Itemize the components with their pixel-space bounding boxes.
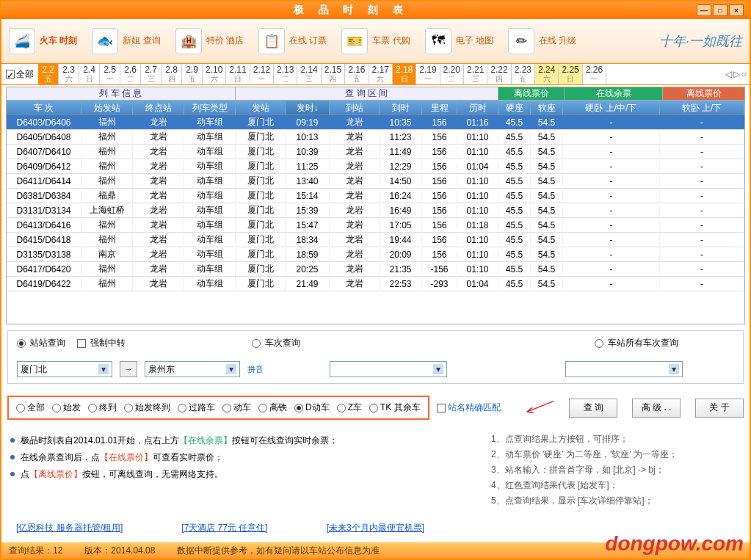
query-button[interactable]: 查 询	[569, 399, 617, 418]
to-station-combo[interactable]: 泉州东▾	[145, 361, 240, 377]
col-origin[interactable]: 始发站	[81, 101, 133, 114]
close-button[interactable]: ×	[729, 4, 744, 16]
radio-station-query[interactable]: 站站查询	[17, 337, 65, 349]
train-number-combo[interactable]: ▾	[330, 361, 447, 377]
date-reset-icon[interactable]: ○	[741, 69, 747, 79]
table-row[interactable]: D6405/D6408福州龙岩动车组厦门北10:13龙岩11:2315601:1…	[7, 130, 744, 145]
checkbox-exact-match[interactable]: 站名精确匹配	[437, 401, 501, 414]
bottom-link[interactable]: [7天酒店 77元 任意住]	[181, 522, 267, 534]
col-distance[interactable]: 里程	[422, 101, 457, 114]
filter-radio-1[interactable]: 始发	[52, 401, 81, 414]
radio-train-query[interactable]: 车次查询	[252, 337, 300, 349]
col-arrive-station[interactable]: 到站	[330, 101, 380, 114]
from-station-combo[interactable]: 厦门北▾	[17, 361, 112, 377]
about-button[interactable]: 关 于	[695, 399, 744, 418]
col-train-number[interactable]: 车 次	[7, 101, 81, 114]
col-depart-station[interactable]: 发站	[236, 101, 286, 114]
date-cell[interactable]: 2.12一	[250, 64, 274, 84]
toolbar-item-6[interactable]: ✏在线 升级	[508, 28, 576, 54]
date-cell[interactable]: 2.14三	[297, 64, 321, 84]
grid-body[interactable]: D6403/D6406福州龙岩动车组厦门北09:19龙岩10:3515601:1…	[7, 115, 744, 324]
date-cell[interactable]: 2.5一	[100, 64, 120, 84]
filter-radio-9[interactable]: TK 其余车	[369, 401, 421, 414]
date-prev-icon[interactable]: ◁	[725, 69, 732, 79]
date-cell[interactable]: 2.11日	[226, 64, 250, 84]
date-cell[interactable]: 2.26一	[583, 64, 606, 84]
date-next-icon[interactable]: ▷	[733, 69, 740, 79]
station-combo[interactable]: ▾	[565, 361, 683, 377]
bottom-link[interactable]: [未来3个月内最便宜机票]	[327, 522, 424, 534]
col-type[interactable]: 列车类型	[184, 101, 236, 114]
table-row[interactable]: D6381/D6384福鼎龙岩动车组厦门北15:14龙岩16:2415601:1…	[7, 189, 744, 203]
toolbar-item-0[interactable]: 🚄火车 时刻	[9, 28, 77, 54]
date-cell[interactable]: 2.3六	[59, 64, 79, 84]
table-row[interactable]: D6407/D6410福州龙岩动车组厦门北10:39龙岩11:4915601:1…	[7, 145, 744, 159]
table-row[interactable]: D6417/D6420福州龙岩动车组厦门北20:25龙岩21:35-15601:…	[7, 262, 744, 277]
filter-radio-2[interactable]: 终到	[88, 401, 117, 414]
toolbar-item-3[interactable]: 📋在线 订票	[258, 28, 327, 54]
date-cell[interactable]: 2.7三	[141, 64, 162, 84]
table-row[interactable]: D6415/D6418福州龙岩动车组厦门北18:34龙岩19:4415601:1…	[7, 233, 744, 247]
date-cell[interactable]: 2.21三	[464, 64, 487, 84]
date-cell[interactable]: 2.6二	[120, 64, 141, 84]
tip-line: 3、站名输入：拼音首字母，如 [北京] -> bj；	[491, 464, 741, 476]
col-hardsleeper[interactable]: 硬卧 上/中/下	[563, 101, 660, 114]
status-bar: 查询结果：12 版本：2014.04.08 数据中断提供参考，如有疑问请以车站公…	[1, 542, 750, 559]
date-cell[interactable]: 2.16五	[345, 64, 369, 84]
tip-line: 点【离线票价】按钮，可离线查询，无需网络支持。	[10, 468, 462, 481]
date-cell[interactable]: 2.13二	[274, 64, 297, 84]
date-cell[interactable]: 2.19一	[416, 64, 440, 84]
toolbar-item-5[interactable]: 🗺电子 地图	[425, 28, 493, 54]
table-row[interactable]: D6411/D6414福州龙岩动车组厦门北13:40龙岩14:5015601:1…	[7, 174, 744, 189]
toolbar-item-1[interactable]: 🐟新姐 查询	[92, 28, 160, 54]
date-cell[interactable]: 2.15四	[322, 64, 345, 84]
filter-radio-3[interactable]: 始发终到	[124, 401, 170, 414]
date-cell[interactable]: 2.8四	[162, 64, 182, 84]
advanced-button[interactable]: 高 级 . .	[632, 399, 681, 418]
table-row[interactable]: D6419/D6422福州龙岩动车组厦门北21:49龙岩22:53-29301:…	[7, 277, 744, 291]
radio-station-all-query[interactable]: 车站所有车次查询	[595, 337, 678, 349]
date-all-checkbox[interactable]: ✓ 全部	[1, 64, 38, 84]
date-cell[interactable]: 2.24六	[535, 64, 559, 84]
toolbar-icon: 🚄	[9, 28, 35, 54]
col-group-online-ticket[interactable]: 在线余票	[565, 87, 663, 100]
bottom-link[interactable]: [亿恩科技 服务器托管/租用]	[16, 522, 123, 534]
checkbox-force-transfer[interactable]: 强制中转	[77, 337, 126, 349]
minimize-button[interactable]: —	[697, 4, 711, 16]
date-cell[interactable]: 2.20二	[440, 64, 464, 84]
maximize-button[interactable]: □	[713, 4, 728, 16]
col-duration[interactable]: 历时	[457, 101, 498, 114]
col-softsleeper[interactable]: 软卧 上/下	[660, 101, 744, 114]
date-cell[interactable]: 2.9五	[182, 64, 203, 84]
table-row[interactable]: D6413/D6416福州龙岩动车组厦门北15:47龙岩17:0515601:1…	[7, 218, 744, 233]
swap-button[interactable]: →	[120, 361, 137, 377]
date-cell[interactable]: 2.4日	[79, 64, 100, 84]
col-arrive-time[interactable]: 到时	[380, 101, 422, 114]
filter-radio-6[interactable]: 高铁	[258, 401, 287, 414]
date-cell[interactable]: 2.22四	[487, 64, 511, 84]
col-hardseat[interactable]: 硬座	[498, 101, 531, 114]
col-softseat[interactable]: 软座	[531, 101, 563, 114]
date-cell[interactable]: 2.23五	[512, 64, 535, 84]
date-cell[interactable]: 2.10六	[203, 64, 226, 84]
col-depart-time[interactable]: 发时↓	[286, 101, 330, 114]
toolbar-item-2[interactable]: 🏨特价 酒店	[175, 28, 244, 54]
table-row[interactable]: D3135/D3138南京龙岩动车组厦门北18:59龙岩20:0915601:1…	[7, 247, 744, 262]
table-row[interactable]: D6409/D6412福州龙岩动车组厦门北11:25龙岩12:2915601:0…	[7, 159, 744, 174]
filter-radio-8[interactable]: Z车	[337, 401, 362, 414]
table-row[interactable]: D3131/D3134上海虹桥龙岩动车组厦门北15:39龙岩16:4915601…	[7, 203, 744, 218]
filter-radio-0[interactable]: 全部	[16, 401, 45, 414]
toolbar-item-4[interactable]: 🎫车票 代购	[341, 28, 410, 54]
date-cell[interactable]: 2.18日	[393, 64, 416, 84]
col-group-online-price[interactable]: 离线票价	[498, 87, 565, 100]
filter-radio-7[interactable]: D动车	[294, 401, 330, 414]
col-group-offline-price[interactable]: 离线票价	[663, 87, 744, 100]
status-version: 版本：2014.04.08	[84, 545, 155, 557]
col-terminal[interactable]: 终点站	[133, 101, 184, 114]
filter-radio-5[interactable]: 动车	[222, 401, 251, 414]
table-row[interactable]: D6403/D6406福州龙岩动车组厦门北09:19龙岩10:3515601:1…	[7, 115, 744, 130]
date-cell[interactable]: 2.17六	[369, 64, 393, 84]
date-cell[interactable]: 2.2五	[38, 64, 59, 84]
filter-radio-4[interactable]: 过路车	[178, 401, 215, 414]
date-cell[interactable]: 2.25日	[559, 64, 582, 84]
